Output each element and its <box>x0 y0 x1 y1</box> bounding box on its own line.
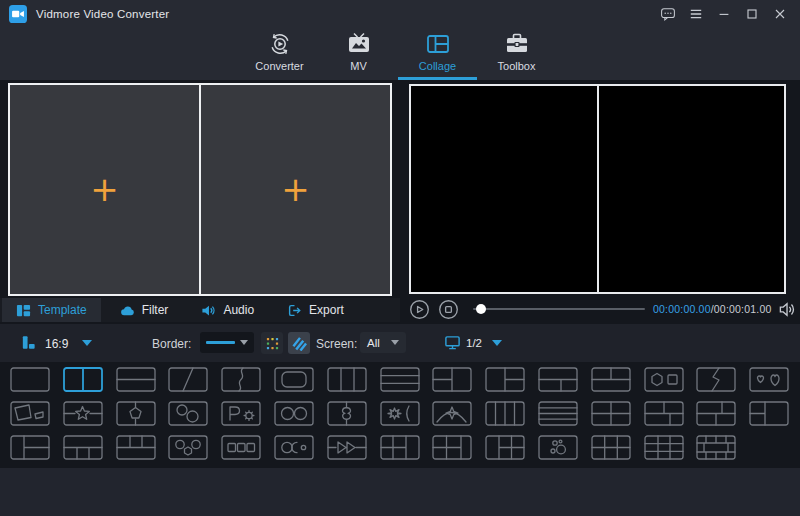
nav-tab-collage[interactable]: Collage <box>398 30 477 77</box>
feedback-icon[interactable] <box>660 6 676 22</box>
template-tile-megaphones[interactable] <box>10 401 50 426</box>
nav-tab-label: Collage <box>419 60 456 72</box>
editor-tab-filter[interactable]: Filter <box>106 298 183 322</box>
add-video-plus-icon[interactable]: + <box>90 171 119 205</box>
template-tile-hex-square[interactable] <box>644 367 684 392</box>
template-tile-burst-bracket[interactable] <box>380 401 420 426</box>
progress-knob[interactable] <box>476 304 486 314</box>
template-tile-left-col-grid-2x2[interactable] <box>485 435 525 460</box>
template-tile-clover-split[interactable] <box>327 401 367 426</box>
border-dropdown-caret-icon <box>240 340 248 345</box>
template-tile-two-hearts[interactable] <box>749 367 789 392</box>
maximize-icon[interactable] <box>744 6 760 22</box>
aspect-ratio-icon[interactable] <box>20 334 37 351</box>
template-tile-two-col-right-rows[interactable] <box>485 367 525 392</box>
template-tile-star-band[interactable] <box>63 401 103 426</box>
nav-tab-toolbox[interactable]: Toolbox <box>477 30 556 77</box>
template-tile-two-row-top-cols[interactable] <box>591 367 631 392</box>
window-controls <box>660 6 788 22</box>
template-tile-three-bubbles[interactable] <box>168 435 208 460</box>
add-video-plus-icon[interactable]: + <box>281 171 310 205</box>
screen-page-icon[interactable] <box>444 334 461 351</box>
active-tab-underline <box>398 77 477 80</box>
template-tile-two-col-left-rows[interactable] <box>432 367 472 392</box>
editor-tab-audio[interactable]: Audio <box>187 298 268 322</box>
nav-tab-converter[interactable]: Converter <box>240 30 319 77</box>
template-tile-diagonal-split[interactable] <box>168 367 208 392</box>
player-bar: 00:00:00.00/00:00:01.00 <box>406 296 800 322</box>
aspect-ratio-value[interactable]: 16:9 <box>45 337 68 351</box>
aspect-ratio-caret-icon[interactable] <box>82 340 92 346</box>
close-icon[interactable] <box>772 6 788 22</box>
progress-track <box>473 308 645 310</box>
template-tile-rounded-inset[interactable] <box>274 367 314 392</box>
page-caret-icon[interactable] <box>492 340 502 346</box>
menu-icon[interactable] <box>688 6 704 22</box>
progress-slider[interactable] <box>473 299 645 320</box>
template-tile-arc-star[interactable] <box>432 401 472 426</box>
nav-tab-label: Converter <box>255 60 303 72</box>
nav-tab-label: MV <box>350 60 367 72</box>
collage-cell-1[interactable]: + <box>10 85 199 294</box>
template-tile-two-row-bottom-cols[interactable] <box>538 367 578 392</box>
collage-toolbar: 16:9 Border: Screen: All 1/2 <box>0 324 800 362</box>
template-tile-lightning-split[interactable] <box>696 367 736 392</box>
template-tile-grid-2x2[interactable] <box>591 401 631 426</box>
app-logo-icon <box>9 5 27 23</box>
template-tile-grid-3x3[interactable] <box>644 435 684 460</box>
template-tile-two-circles[interactable] <box>168 401 208 426</box>
screen-label: Screen: <box>316 337 357 351</box>
template-tile-grid-frame[interactable] <box>696 435 736 460</box>
template-tile-three-columns[interactable] <box>327 367 367 392</box>
template-tile-circle-pac-dot[interactable] <box>274 435 314 460</box>
template-tile-wave-split[interactable] <box>221 367 261 392</box>
template-tile-grid-2x2-top-offset[interactable] <box>644 401 684 426</box>
preview-panel <box>409 84 786 294</box>
volume-icon[interactable] <box>778 300 797 319</box>
template-tile-left-rows-right-col[interactable] <box>749 401 789 426</box>
template-tile-grid-2x2-right-col[interactable] <box>380 435 420 460</box>
template-tile-single[interactable] <box>10 367 50 392</box>
template-grid-row-1 <box>10 367 789 392</box>
template-grid-row-3 <box>10 435 736 460</box>
minimize-icon[interactable] <box>716 6 732 22</box>
border-line-sample <box>206 341 235 344</box>
audio-tab-icon <box>201 303 216 318</box>
template-tile-pentagon-split[interactable] <box>116 401 156 426</box>
template-tile-p-gear[interactable] <box>221 401 261 426</box>
template-tile-grid-2x2-right-col-wide[interactable] <box>432 435 472 460</box>
toolbox-icon <box>504 31 530 57</box>
template-tile-top-3cols-bottom-full[interactable] <box>116 435 156 460</box>
collage-editor-panel: ++ <box>8 83 392 296</box>
nav-tab-label: Toolbox <box>498 60 536 72</box>
template-tile-four-columns[interactable] <box>485 401 525 426</box>
template-tile-three-squares[interactable] <box>221 435 261 460</box>
template-tile-four-rows[interactable] <box>538 401 578 426</box>
border-style-dropdown[interactable] <box>200 332 254 353</box>
collage-cell-2[interactable]: + <box>199 85 390 294</box>
editor-tab-template[interactable]: Template <box>2 298 101 322</box>
time-display: 00:00:00.00/00:00:01.00 <box>653 303 771 315</box>
template-tile-two-ovals[interactable] <box>274 401 314 426</box>
stop-button[interactable] <box>438 299 459 320</box>
collage-icon <box>425 31 451 57</box>
color-dashes-icon <box>265 336 280 351</box>
editor-tab-label: Export <box>309 303 344 317</box>
border-color-button[interactable] <box>261 332 283 354</box>
play-button[interactable] <box>409 299 430 320</box>
template-grid-row-2 <box>10 401 789 426</box>
editor-tab-label: Template <box>38 303 87 317</box>
template-tile-grid-2x2-bottom-offset[interactable] <box>696 401 736 426</box>
template-tile-bubbles-scatter[interactable] <box>538 435 578 460</box>
template-tile-two-columns[interactable] <box>63 367 103 392</box>
template-tile-left-col-right-rows[interactable] <box>10 435 50 460</box>
template-tile-play-arrows[interactable] <box>327 435 367 460</box>
screen-dropdown[interactable]: All <box>360 332 406 353</box>
template-tile-grid-3x2[interactable] <box>591 435 631 460</box>
editor-tab-export[interactable]: Export <box>273 298 358 322</box>
template-tile-three-rows[interactable] <box>380 367 420 392</box>
border-pattern-button[interactable] <box>288 332 310 354</box>
template-tile-two-rows[interactable] <box>116 367 156 392</box>
nav-tab-mv[interactable]: MV <box>319 30 398 77</box>
template-tile-top-full-bottom-3cols[interactable] <box>63 435 103 460</box>
